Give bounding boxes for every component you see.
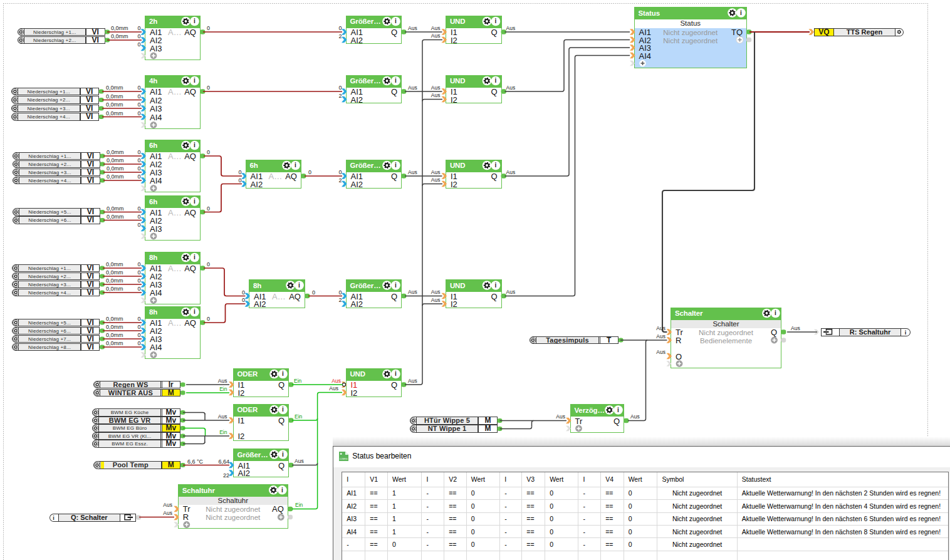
svg-text:0: 0: [239, 169, 242, 175]
svg-text:0: 0: [137, 157, 140, 163]
svg-text:Aus: Aus: [408, 85, 417, 91]
svg-text:Aus: Aus: [431, 85, 441, 91]
svg-text:0,0mm: 0,0mm: [107, 214, 124, 220]
svg-text:0: 0: [338, 289, 342, 296]
svg-text:0,0mm: 0,0mm: [106, 332, 123, 338]
svg-text:0,0mm: 0,0mm: [111, 25, 128, 31]
svg-text:Aus: Aus: [408, 378, 417, 384]
svg-text:Aus: Aus: [431, 297, 441, 303]
svg-text:Aus: Aus: [791, 325, 800, 331]
svg-text:0: 0: [137, 214, 140, 220]
svg-text:0,0mm: 0,0mm: [107, 149, 124, 155]
svg-text:0: 0: [137, 165, 140, 172]
svg-text:0: 0: [137, 93, 140, 100]
svg-text:2: 2: [338, 93, 342, 99]
svg-text:0,0mm: 0,0mm: [107, 157, 124, 163]
svg-text:Aus: Aus: [163, 502, 172, 508]
svg-text:0: 0: [207, 316, 210, 322]
svg-text:0: 0: [239, 177, 242, 184]
svg-text:0,0mm: 0,0mm: [106, 110, 123, 117]
svg-text:0: 0: [137, 261, 140, 267]
svg-text:Aus: Aus: [431, 177, 441, 183]
svg-text:0: 0: [137, 269, 140, 276]
svg-text:0,0mm: 0,0mm: [107, 165, 124, 172]
svg-text:Ein: Ein: [219, 386, 227, 392]
svg-text:Aus: Aus: [331, 378, 341, 384]
svg-text:Aus: Aus: [506, 289, 516, 295]
svg-text:0: 0: [137, 149, 140, 155]
svg-text:0,0mm: 0,0mm: [106, 261, 123, 267]
svg-text:Aus: Aus: [431, 92, 441, 98]
svg-text:0,0mm: 0,0mm: [106, 340, 123, 346]
svg-text:0: 0: [312, 289, 315, 296]
svg-text:2: 2: [338, 33, 342, 39]
svg-text:Aus: Aus: [218, 378, 227, 384]
svg-text:Aus: Aus: [431, 169, 441, 175]
svg-text:0: 0: [137, 110, 140, 117]
svg-text:0: 0: [137, 101, 140, 108]
svg-text:Aus: Aus: [329, 385, 338, 391]
svg-text:0,0mm: 0,0mm: [107, 205, 124, 212]
svg-text:0: 0: [207, 85, 210, 91]
svg-text:Aus: Aus: [506, 85, 516, 91]
svg-text:22: 22: [223, 472, 229, 479]
svg-text:Aus: Aus: [506, 25, 516, 31]
svg-text:0: 0: [137, 25, 140, 31]
svg-text:Aus: Aus: [163, 510, 172, 516]
svg-text:CONFIG: CONFIG: [340, 458, 348, 460]
svg-text:Aus: Aus: [408, 25, 417, 31]
svg-text:0: 0: [137, 277, 140, 284]
svg-text:Aus: Aus: [656, 325, 666, 331]
svg-text:0,0mm: 0,0mm: [111, 33, 128, 39]
svg-text:0,0mm: 0,0mm: [107, 174, 124, 180]
svg-text:6,6 °C: 6,6 °C: [187, 459, 204, 465]
svg-text:0: 0: [338, 169, 342, 175]
svg-text:0: 0: [242, 289, 245, 296]
svg-text:Ein: Ein: [295, 502, 303, 508]
svg-text:0,0mm: 0,0mm: [106, 277, 123, 284]
svg-text:Aus: Aus: [408, 289, 417, 295]
svg-text:0: 0: [338, 25, 342, 31]
svg-text:2: 2: [338, 297, 342, 303]
svg-text:0,0mm: 0,0mm: [106, 316, 123, 322]
svg-text:0: 0: [207, 205, 210, 212]
svg-text:Aus: Aus: [656, 349, 666, 355]
svg-text:0: 0: [137, 286, 140, 292]
svg-text:0: 0: [137, 222, 140, 228]
svg-text:0: 0: [137, 33, 140, 39]
svg-text:0,0mm: 0,0mm: [106, 286, 123, 292]
svg-text:0,0mm: 0,0mm: [106, 269, 123, 276]
svg-text:0: 0: [207, 25, 210, 31]
svg-text:Aus: Aus: [295, 458, 304, 464]
svg-text:0: 0: [242, 297, 245, 303]
svg-text:0: 0: [137, 205, 140, 212]
svg-text:0: 0: [207, 261, 210, 267]
svg-text:0,0mm: 0,0mm: [106, 85, 123, 91]
svg-text:Aus: Aus: [431, 25, 441, 31]
svg-text:Aus: Aus: [431, 289, 441, 295]
svg-text:Aus: Aus: [656, 333, 666, 340]
svg-text:0: 0: [137, 340, 140, 346]
svg-text:0: 0: [207, 149, 210, 155]
svg-text:0,0mm: 0,0mm: [106, 324, 123, 330]
svg-text:Aus: Aus: [506, 169, 516, 175]
svg-text:0: 0: [308, 169, 311, 175]
svg-text:Ein: Ein: [219, 429, 227, 435]
svg-text:0: 0: [137, 316, 140, 322]
svg-text:Aus: Aus: [408, 169, 417, 175]
svg-text:2: 2: [338, 177, 342, 184]
svg-text:Aus: Aus: [431, 33, 441, 39]
svg-text:0: 0: [137, 174, 140, 180]
svg-text:Aus: Aus: [556, 413, 565, 420]
svg-text:0,0mm: 0,0mm: [106, 93, 123, 100]
svg-text:Ein: Ein: [294, 378, 302, 384]
svg-text:0,0mm: 0,0mm: [106, 101, 123, 108]
svg-text:Ein: Ein: [295, 413, 303, 420]
svg-text:Aus: Aus: [218, 413, 227, 420]
svg-text:0: 0: [137, 85, 140, 91]
svg-text:0: 0: [137, 332, 140, 338]
svg-text:0: 0: [338, 85, 342, 91]
svg-text:0: 0: [137, 41, 140, 48]
svg-text:Aus: Aus: [630, 413, 640, 420]
svg-text:6,64: 6,64: [218, 459, 229, 465]
